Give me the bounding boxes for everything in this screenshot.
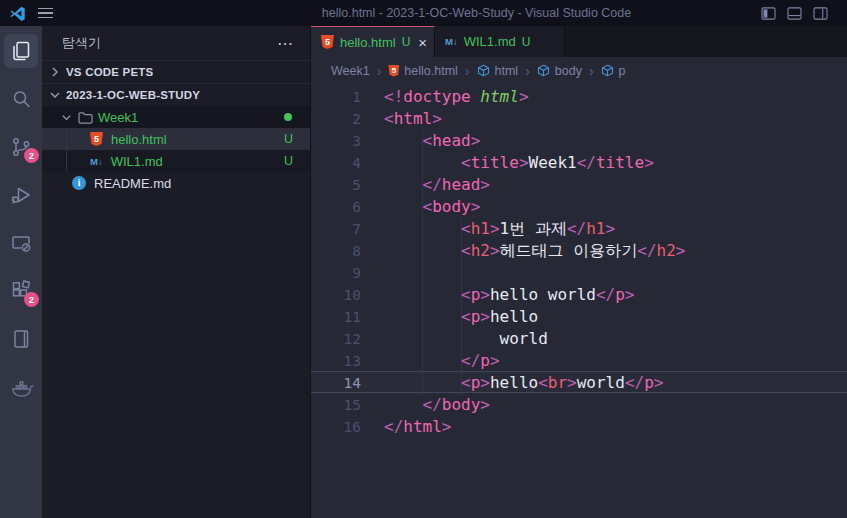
notebook-icon[interactable] — [0, 318, 42, 360]
line-number[interactable]: 7 — [311, 218, 361, 240]
code-line[interactable]: <h1>1번 과제</h1> — [384, 218, 847, 240]
line-number[interactable]: 11 — [311, 306, 361, 328]
window-title: hello.html - 2023-1-OC-Web-Study - Visua… — [72, 6, 761, 20]
more-actions-icon[interactable]: ⋯ — [277, 34, 294, 53]
toggle-panel-icon[interactable] — [787, 7, 802, 20]
folder-icon — [78, 111, 93, 124]
code-token: br — [548, 373, 567, 392]
tree-item-hello-html[interactable]: 5 hello.html U — [42, 128, 310, 150]
code-token: </ — [423, 175, 442, 194]
title-bar: hello.html - 2023-1-OC-Web-Study - Visua… — [0, 0, 847, 26]
activity-bar: 2 2 — [0, 26, 42, 518]
code-token: h1 — [471, 219, 490, 238]
breadcrumb-item-file[interactable]: 5 hello.html — [388, 64, 458, 78]
menu-icon[interactable] — [38, 5, 53, 22]
section-vs-code-pets[interactable]: VS CODE PETS — [42, 60, 310, 83]
code-token: p — [615, 285, 625, 304]
code-token — [384, 153, 461, 172]
modified-dot — [284, 113, 292, 121]
code-line[interactable]: </head> — [384, 174, 847, 196]
code-line[interactable]: <p>hello<br>world</p> — [384, 372, 847, 394]
line-number[interactable]: 12 — [311, 328, 361, 350]
docker-icon[interactable] — [0, 366, 42, 408]
code-line[interactable]: <h2>헤드태그 이용하기</h2> — [384, 240, 847, 262]
code-line[interactable]: <title>Week1</title> — [384, 152, 847, 174]
code-token: > — [442, 417, 452, 436]
breadcrumb-separator-icon: › — [377, 63, 382, 79]
code-token: </ — [384, 417, 403, 436]
search-icon[interactable] — [0, 78, 42, 120]
code-token: > — [480, 285, 490, 304]
code-token: > — [676, 241, 686, 260]
line-number[interactable]: 15 — [311, 394, 361, 416]
code-line[interactable]: </html> — [384, 416, 847, 438]
line-number[interactable]: 10 — [311, 284, 361, 306]
code-line[interactable]: <head> — [384, 130, 847, 152]
line-number[interactable]: 6 — [311, 196, 361, 218]
code-line[interactable]: </body> — [384, 394, 847, 416]
line-number[interactable]: 8 — [311, 240, 361, 262]
code-token: body — [442, 395, 481, 414]
line-number[interactable]: 5 — [311, 174, 361, 196]
toggle-primary-sidebar-icon[interactable] — [761, 7, 776, 20]
toggle-secondary-sidebar-icon[interactable] — [813, 7, 828, 20]
code-token: </ — [577, 153, 596, 172]
tree-item-readme-md[interactable]: i README.md — [42, 172, 310, 194]
breadcrumb-separator-icon: › — [465, 63, 470, 79]
line-numbers[interactable]: 12345678910111213141516 — [311, 86, 361, 438]
sidebar-title: 탐색기 — [62, 34, 277, 52]
code-line[interactable]: <p>hello — [384, 306, 847, 328]
code-line[interactable]: <html> — [384, 108, 847, 130]
code-token — [384, 197, 423, 216]
line-number[interactable]: 3 — [311, 130, 361, 152]
close-icon[interactable]: × — [418, 34, 427, 51]
file-name: README.md — [94, 176, 171, 191]
file-name: WIL1.md — [111, 154, 163, 169]
breadcrumb-item-html[interactable]: html — [477, 64, 519, 78]
git-status-badge: U — [284, 132, 293, 146]
explorer-icon[interactable] — [0, 30, 42, 72]
editor-group: 5 hello.html U × M↓ WIL1.md U Week1 › 5 … — [310, 26, 847, 518]
code-editor[interactable]: 12345678910111213141516 <!doctype html><… — [311, 84, 847, 518]
tab-hello-html[interactable]: 5 hello.html U × — [311, 26, 435, 57]
code-line[interactable] — [384, 262, 847, 284]
code-token: p — [480, 351, 490, 370]
code-token: world — [384, 329, 548, 348]
breadcrumb-item-p[interactable]: p — [601, 64, 626, 78]
git-status-badge: U — [284, 154, 293, 168]
section-workspace[interactable]: 2023-1-OC-WEB-STUDY — [42, 83, 310, 106]
line-number[interactable]: 1 — [311, 86, 361, 108]
line-number[interactable]: 16 — [311, 416, 361, 438]
html-file-icon: 5 — [321, 35, 334, 49]
code-token: h2 — [471, 241, 490, 260]
run-and-debug-icon[interactable] — [0, 174, 42, 216]
code-token — [384, 307, 461, 326]
code-line[interactable]: <p>hello world</p> — [384, 284, 847, 306]
extensions-icon[interactable]: 2 — [0, 270, 42, 312]
code-token — [471, 87, 481, 106]
breadcrumb-item-body[interactable]: body — [537, 64, 582, 78]
line-number[interactable]: 9 — [311, 262, 361, 284]
code-token: </ — [567, 219, 586, 238]
code-token: > — [480, 307, 490, 326]
breadcrumb-item-week1[interactable]: Week1 — [331, 64, 370, 78]
line-number[interactable]: 13 — [311, 350, 361, 372]
code-line[interactable]: </p> — [384, 350, 847, 372]
source-control-icon[interactable]: 2 — [0, 126, 42, 168]
tree-item-wil1-md[interactable]: M↓ WIL1.md U — [42, 150, 310, 172]
code-line[interactable]: <body> — [384, 196, 847, 218]
tree-item-week1[interactable]: Week1 — [42, 106, 310, 128]
line-number[interactable]: 2 — [311, 108, 361, 130]
remote-window-icon[interactable] — [0, 222, 42, 264]
code-token: > — [480, 373, 490, 392]
code-token: h1 — [586, 219, 605, 238]
code-token: Week1 — [529, 153, 577, 172]
line-number[interactable]: 14 — [311, 372, 361, 394]
code-line[interactable]: <!doctype html> — [384, 86, 847, 108]
code-line[interactable]: world — [384, 328, 847, 350]
code-token: hello — [490, 307, 538, 326]
line-number[interactable]: 4 — [311, 152, 361, 174]
code-token: > — [490, 219, 500, 238]
code-token — [384, 175, 423, 194]
tab-wil1-md[interactable]: M↓ WIL1.md U — [435, 26, 565, 57]
